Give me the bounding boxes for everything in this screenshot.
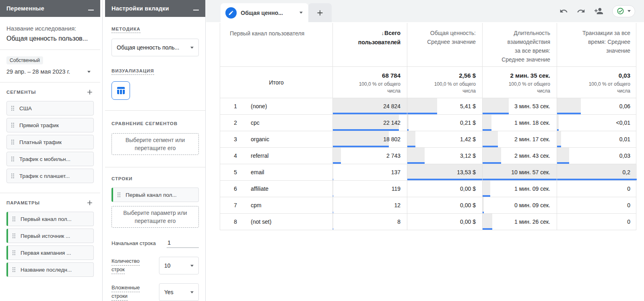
drag-handle-icon[interactable] [12,250,16,256]
undo-icon[interactable] [559,7,568,15]
minimize-icon[interactable] [88,10,94,10]
segment-chip[interactable]: Трафик с планшет... [6,169,94,183]
drag-handle-icon[interactable] [117,192,121,198]
heat-bar [407,131,415,147]
toolbar-actions [559,0,635,22]
dimension-chip-label: Название последн... [21,267,72,273]
value-bar [333,179,333,180]
drag-handle-icon[interactable] [11,122,14,128]
channel-name: organic [251,136,269,142]
table-row[interactable]: 2 cpc 22 142 0,21 $ [220,115,636,131]
column-header-duration[interactable]: Длительность взаимодействия за все время… [483,23,557,66]
transactions-cell: 0 [557,181,637,197]
add-segment-icon[interactable] [86,88,94,96]
segment-chip[interactable]: Прямой трафик [6,118,94,132]
add-dimension-icon[interactable] [86,199,94,207]
users-cell: 12 [333,197,407,213]
redo-icon[interactable] [577,7,585,15]
value-bar [483,146,498,147]
heat-bar [407,115,409,131]
table-row[interactable]: 7 cpm 12 0,00 $ [220,197,636,214]
exploration-tab[interactable]: Общая ценно... [221,3,308,22]
users-cell: 24 824 [333,98,407,114]
dimensions-section: ПАРАМЕТРЫ Первый канал пол... Первый ист… [0,193,100,287]
column-header-ltv[interactable]: Общая ценность: Среднее значение [407,23,483,66]
date-type-badge: Собственный [6,56,43,64]
segment-chip[interactable]: США [6,101,94,115]
table-row[interactable]: 1 (none) 24 824 5,41 $ [220,98,636,115]
drag-handle-icon[interactable] [12,267,16,272]
segment-chip[interactable]: Трафик с мобильн... [6,152,94,166]
drag-handle-icon[interactable] [11,173,14,179]
value-bar [483,212,484,213]
users-cell: 119 [333,181,407,197]
segment-chip-label: США [19,105,32,111]
technique-select[interactable]: Общая ценность поль... [111,39,199,56]
panel-divider[interactable] [102,0,103,301]
study-name-value[interactable]: Общая ценность пользов... [6,35,94,42]
heat-bar [333,164,333,180]
start-row-input[interactable]: 1 [167,238,199,248]
channel-name: email [251,169,264,175]
study-name-label: Название исследования: [6,25,94,32]
ltv-cell: 3,12 $ [407,148,483,164]
transactions-cell: 0,2 [557,164,637,180]
dimension-chip[interactable]: Первый источник ... [6,229,94,243]
drag-handle-icon[interactable] [11,105,14,111]
drag-handle-icon[interactable] [12,233,16,239]
ltv-cell: 1,42 $ [407,131,483,147]
table-visualization-button[interactable] [111,81,130,100]
column-header-transactions[interactable]: Транзакции за все время: Среднее значени… [557,23,637,66]
nested-rows-select[interactable]: Yes [159,283,199,301]
dimension-dropzone[interactable]: Выберите параметр или перетащите его [111,206,199,228]
row-number: 2 [234,120,251,126]
transactions-cell: <0,01 [557,115,637,131]
table-row[interactable]: 6 affiliate 119 0,00 $ [220,181,636,197]
ltv-cell: 13,53 $ [407,164,483,180]
date-range-selector[interactable]: 29 апр. – 28 мая 2023 г. [6,68,94,75]
exploration-table: Первый канал пользователя ↓Всего пользов… [220,23,636,230]
segments-title: СЕГМЕНТЫ [6,90,36,95]
totals-duration-cell: 2 мин. 35 сек. 100,0 % от общего числа [483,67,557,98]
column-header-users[interactable]: ↓Всего пользователей [333,23,407,66]
technique-select-value: Общая ценность поль... [117,44,179,51]
minimize-icon[interactable] [193,10,199,10]
dimension-chip[interactable]: Первый канал пол... [6,212,94,226]
nested-rows-value: Yes [164,289,173,295]
value-bar [557,146,561,147]
chevron-down-icon [627,10,631,12]
column-header-dimension[interactable]: Первый канал пользователя [220,23,333,66]
users-cell: 18 802 [333,131,407,147]
row-number: 4 [234,153,251,159]
drag-handle-icon[interactable] [11,156,14,162]
dimension-chip-label: Первый источник ... [21,233,70,239]
table-row[interactable]: 8 (not set) 8 0,00 $ [220,214,636,230]
drag-handle-icon[interactable] [11,139,14,145]
row-count-value: 10 [164,262,171,269]
variables-panel-header: Переменные [0,0,100,17]
dimension-cell: 7 cpm [220,197,333,213]
saved-status-button[interactable] [612,5,635,17]
dimension-cell: 8 (not set) [220,214,333,230]
row-count-label: Количество строк [111,257,140,274]
drag-handle-icon[interactable] [12,216,16,222]
value-bar [483,179,557,180]
technique-section: МЕТОДИКА Общая ценность поль... ВИЗУАЛИЗ… [105,17,205,111]
row-count-select[interactable]: 10 [159,257,199,274]
dimension-chip[interactable]: Первая кампания ... [6,245,94,260]
table-row[interactable]: 4 referral 2 743 3,12 $ [220,148,636,164]
pencil-icon [228,10,234,16]
variables-panel-title: Переменные [6,5,44,12]
dimension-chip[interactable]: Название последн... [6,262,94,277]
segment-chip[interactable]: Платный трафик [6,135,94,149]
table-row[interactable]: 5 email 137 13,53 $ [220,164,636,181]
rows-dimension-chip[interactable]: Первый канал пол... [111,188,199,202]
dimension-cell: 5 email [220,164,333,180]
add-tab-button[interactable] [308,3,332,22]
table-row[interactable]: 3 organic 18 802 1,42 $ [220,131,636,148]
segment-dropzone[interactable]: Выберите сегмент или перетащите его [111,133,199,155]
segment-comparison-section: СРАВНЕНИЕ СЕГМЕНТОВ Выберите сегмент или… [105,111,205,167]
ltv-cell: 0,00 $ [407,214,483,230]
person-add-icon[interactable] [594,6,603,16]
chevron-down-icon[interactable] [299,12,303,14]
